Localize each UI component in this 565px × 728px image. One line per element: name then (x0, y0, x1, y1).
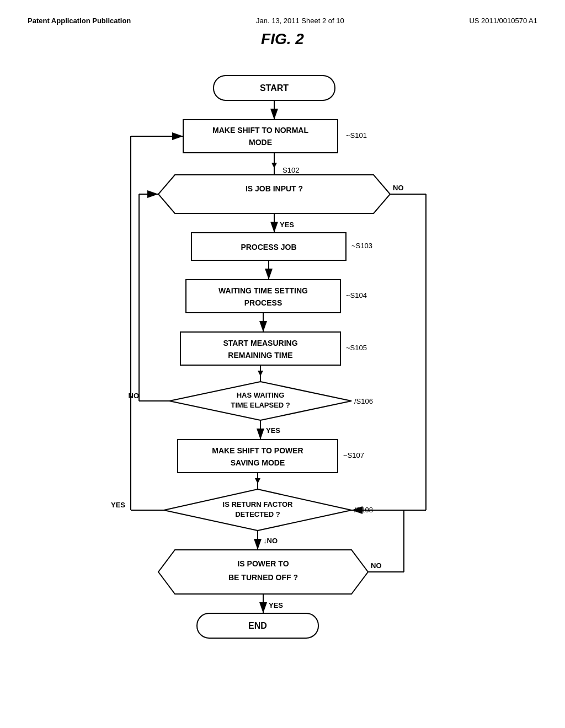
svg-text:PROCESS JOB: PROCESS JOB (241, 243, 296, 251)
svg-text:PROCESS: PROCESS (244, 298, 282, 307)
svg-text:MODE: MODE (249, 138, 272, 147)
svg-rect-24 (186, 280, 340, 313)
svg-text:NO: NO (129, 392, 140, 400)
svg-marker-12 (271, 163, 277, 168)
svg-text:S102: S102 (282, 166, 299, 174)
header-left: Patent Application Publication (28, 17, 131, 25)
svg-text:START: START (260, 83, 289, 93)
svg-text:DETECTED ?: DETECTED ? (235, 510, 280, 518)
svg-text:IS POWER TO: IS POWER TO (237, 559, 289, 568)
svg-rect-7 (183, 120, 338, 153)
svg-text:END: END (248, 621, 267, 630)
svg-text:NO: NO (371, 561, 382, 570)
svg-text:YES: YES (269, 601, 283, 609)
svg-text:NO: NO (393, 184, 404, 192)
svg-text:/S106: /S106 (354, 397, 373, 405)
svg-text:IS JOB INPUT ?: IS JOB INPUT ? (246, 184, 303, 193)
flowchart-svg: START MAKE SHIFT TO NORMAL MODE ~S101 S1… (89, 65, 476, 715)
svg-text:~S104: ~S104 (346, 291, 367, 299)
svg-text:REMAINING TIME: REMAINING TIME (228, 351, 292, 360)
svg-marker-34 (258, 371, 263, 376)
page: Patent Application Publication Jan. 13, … (0, 0, 565, 728)
header: Patent Application Publication Jan. 13, … (28, 17, 537, 25)
svg-text:BE TURNED OFF ?: BE TURNED OFF ? (228, 573, 298, 582)
svg-text:MAKE SHIFT TO NORMAL: MAKE SHIFT TO NORMAL (212, 126, 308, 135)
svg-text:SAVING MODE: SAVING MODE (231, 458, 285, 467)
svg-text:IS RETURN FACTOR: IS RETURN FACTOR (223, 500, 293, 508)
header-center: Jan. 13, 2011 Sheet 2 of 10 (256, 17, 344, 25)
svg-text:TIME ELAPSED ?: TIME ELAPSED ? (231, 401, 290, 409)
svg-text:YES: YES (266, 426, 280, 435)
svg-text:HAS WAITING: HAS WAITING (237, 391, 285, 399)
svg-text:YES: YES (111, 501, 125, 509)
svg-marker-14 (158, 175, 390, 213)
svg-text:~S107: ~S107 (343, 451, 364, 459)
svg-text:MAKE SHIFT TO POWER: MAKE SHIFT TO POWER (212, 446, 303, 455)
svg-marker-50 (255, 478, 260, 484)
svg-text:~S101: ~S101 (346, 131, 367, 140)
svg-rect-45 (178, 440, 338, 473)
svg-text:~S105: ~S105 (346, 344, 367, 352)
svg-text:WAITING TIME SETTING: WAITING TIME SETTING (218, 286, 308, 295)
figure-title: FIG. 2 (28, 30, 537, 48)
svg-marker-64 (158, 550, 368, 594)
header-right: US 2011/0010570 A1 (469, 17, 537, 25)
svg-rect-29 (180, 332, 340, 365)
svg-text:YES: YES (280, 221, 294, 229)
flowchart-wrapper: START MAKE SHIFT TO NORMAL MODE ~S101 S1… (28, 65, 537, 715)
svg-text:↓NO: ↓NO (263, 537, 278, 545)
svg-text:~S103: ~S103 (351, 242, 372, 250)
svg-text:START MEASURING: START MEASURING (223, 339, 297, 347)
